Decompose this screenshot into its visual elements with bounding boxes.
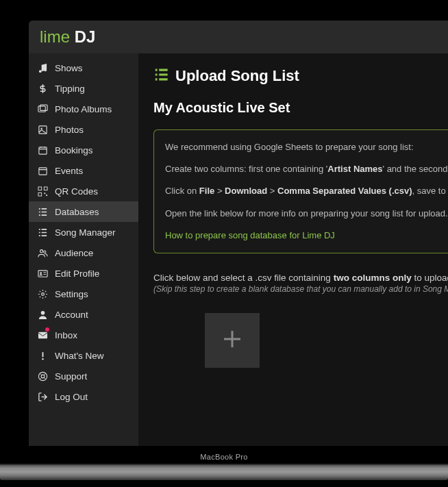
svg-point-16	[40, 310, 45, 314]
sidebar-item-audience[interactable]: Audience	[29, 242, 138, 263]
svg-rect-1	[40, 104, 47, 110]
life-ring-icon	[37, 371, 48, 382]
user-icon	[37, 309, 48, 320]
page-title-row: Upload Song List	[153, 67, 448, 85]
sidebar-item-label: Photo Albums	[55, 104, 112, 114]
calendar-icon	[37, 145, 48, 155]
upload-instruction-sub: (Skip this step to create a blank databa…	[153, 284, 448, 294]
page-title: Upload Song List	[175, 67, 299, 85]
music-note-icon	[37, 62, 48, 73]
sidebar-item-tipping[interactable]: Tipping	[29, 78, 138, 99]
sidebar-item-edit-profile[interactable]: Edit Profile	[29, 263, 138, 284]
svg-rect-18	[42, 351, 43, 357]
laptop-base	[0, 465, 448, 480]
svg-rect-4	[38, 147, 46, 153]
sidebar-item-databases[interactable]: Databases	[29, 201, 138, 222]
sidebar-item-whats-new[interactable]: What's New	[29, 345, 138, 366]
qr-icon	[37, 186, 48, 197]
sidebar-item-label: What's New	[55, 351, 104, 361]
svg-point-15	[41, 292, 44, 295]
svg-rect-10	[46, 195, 47, 196]
list-icon	[153, 67, 169, 85]
sidebar-item-bookings[interactable]: Bookings	[29, 140, 138, 160]
info-help-link[interactable]: How to prepare song database for Lime DJ	[165, 230, 335, 240]
sidebar-item-account[interactable]: Account	[29, 304, 138, 325]
id-card-icon	[37, 268, 48, 279]
logo-part1: lime	[40, 27, 70, 46]
sidebar-item-label: Shows	[55, 63, 83, 73]
sidebar-item-photos[interactable]: Photos	[29, 119, 138, 140]
logo-part2: DJ	[75, 27, 96, 46]
app-header: lime DJ	[29, 21, 448, 53]
device-label: MacBook Pro	[0, 453, 448, 461]
sidebar-item-photo-albums[interactable]: Photo Albums	[29, 99, 138, 119]
sidebar-item-label: Inbox	[55, 330, 77, 340]
plus-icon	[220, 327, 245, 354]
sidebar-item-settings[interactable]: Settings	[29, 284, 138, 304]
info-line-2: Create two columns: first one containing…	[165, 163, 448, 175]
svg-rect-17	[38, 332, 47, 338]
svg-rect-9	[44, 192, 45, 194]
image-icon	[37, 124, 48, 135]
sidebar-item-support[interactable]: Support	[29, 366, 138, 386]
upload-instruction: Click below and select a .csv file conta…	[153, 273, 448, 283]
logout-icon	[37, 391, 48, 402]
gear-icon	[37, 288, 48, 299]
sidebar-item-label: Tipping	[55, 84, 85, 94]
svg-rect-13	[38, 270, 47, 276]
envelope-icon	[37, 329, 48, 340]
info-line-3: Click on File > Download > Comma Separat…	[165, 185, 448, 197]
sidebar-item-label: Edit Profile	[55, 269, 99, 279]
svg-point-21	[41, 375, 45, 378]
users-icon	[37, 247, 48, 258]
sidebar-item-song-manager[interactable]: Song Manager	[29, 222, 138, 242]
calendar-blank-icon	[37, 165, 48, 176]
page-subtitle: My Acoustic Live Set	[153, 100, 448, 116]
svg-point-11	[40, 249, 42, 252]
upload-file-button[interactable]	[205, 313, 260, 368]
svg-point-14	[40, 272, 42, 274]
dollar-icon	[37, 83, 48, 94]
main-content: Upload Song List My Acoustic Live Set We…	[138, 53, 448, 446]
svg-rect-5	[38, 167, 46, 174]
sidebar-item-label: Audience	[55, 248, 93, 258]
sidebar-item-label: Account	[55, 310, 88, 320]
svg-point-3	[40, 127, 42, 129]
sidebar-item-shows[interactable]: Shows	[29, 58, 138, 78]
list-icon	[37, 227, 48, 238]
info-panel: We recommend using Google Sheets to prep…	[153, 129, 448, 253]
svg-rect-6	[38, 186, 41, 190]
svg-rect-7	[44, 186, 47, 190]
app-logo: lime DJ	[40, 27, 437, 47]
sidebar-item-label: Support	[55, 371, 87, 382]
info-line-1: We recommend using Google Sheets to prep…	[165, 141, 448, 153]
sidebar-item-events[interactable]: Events	[29, 160, 138, 181]
sidebar-item-logout[interactable]: Log Out	[29, 386, 138, 407]
info-line-4: Open the link below for more info on pre…	[165, 208, 448, 220]
sidebar-item-label: Databases	[55, 207, 99, 217]
sidebar-item-inbox[interactable]: Inbox	[29, 325, 138, 345]
svg-rect-0	[38, 105, 45, 111]
sidebar-item-label: Photos	[55, 125, 84, 135]
images-icon	[37, 103, 48, 114]
svg-point-19	[42, 358, 43, 359]
svg-rect-8	[38, 192, 41, 196]
sidebar-item-label: QR Codes	[55, 186, 98, 197]
list-icon	[37, 206, 48, 217]
sidebar-item-qr-codes[interactable]: QR Codes	[29, 181, 138, 201]
sidebar-item-label: Settings	[55, 289, 88, 299]
sidebar-item-label: Log Out	[55, 392, 88, 402]
sidebar-item-label: Events	[55, 166, 83, 176]
svg-point-12	[43, 251, 45, 253]
exclamation-icon	[37, 350, 48, 361]
sidebar-item-label: Bookings	[55, 145, 93, 155]
sidebar-item-label: Song Manager	[55, 227, 116, 238]
sidebar-nav: Shows Tipping Photo Albums Photos Bookin	[29, 53, 138, 446]
